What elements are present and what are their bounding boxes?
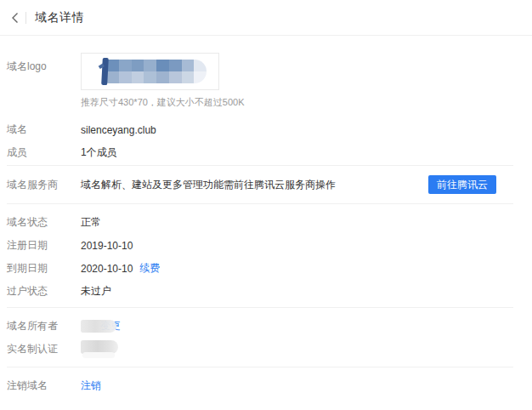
goto-tencent-cloud-button[interactable]: 前往腾讯云	[428, 175, 496, 194]
domain-label: 域名	[7, 122, 81, 137]
expire-date-label: 到期日期	[7, 261, 81, 276]
section-divider	[7, 367, 513, 367]
logo-size-hint: 推荐尺寸430*70，建议大小不超过500K	[81, 96, 513, 109]
row-provider: 域名服务商 域名解析、建站及更多管理功能需前往腾讯云服务商操作 前往腾讯云	[7, 166, 513, 203]
blurred-real-name-status	[81, 340, 118, 354]
row-transfer-status: 过户状态 未过户	[7, 285, 513, 298]
real-name-value-cell	[81, 340, 132, 359]
row-domain: 域名 silenceyang.club	[7, 123, 513, 136]
register-date-value: 2019-10-10	[81, 240, 133, 252]
header-divider	[25, 12, 26, 24]
deregister-link[interactable]: 注销	[81, 379, 101, 393]
domain-logo-image[interactable]	[81, 53, 219, 90]
row-members: 成员 1个成员	[7, 146, 513, 159]
logo-label: 域名logo	[7, 53, 81, 90]
section-divider	[7, 307, 513, 308]
renew-link[interactable]: 续费	[139, 261, 160, 276]
transfer-status-value: 未过户	[81, 284, 111, 299]
register-date-label: 注册日期	[7, 238, 81, 253]
row-real-name-auth: 实名制认证	[7, 343, 513, 356]
deregister-label: 注销域名	[7, 379, 81, 393]
row-domain-logo: 域名logo	[7, 53, 513, 90]
owner-value-cell: 变更	[81, 320, 121, 333]
blurred-logo-mosaic	[106, 60, 207, 83]
transfer-status-label: 过户状态	[7, 284, 81, 299]
row-owner: 域名所有者 变更	[7, 320, 513, 333]
page-title: 域名详情	[35, 10, 84, 26]
chevron-left-icon	[11, 12, 19, 24]
row-deregister: 注销域名 注销	[7, 379, 513, 392]
section-divider	[7, 203, 513, 204]
page-header: 域名详情	[0, 0, 532, 36]
expire-date-value: 2020-10-10	[81, 263, 133, 275]
owner-label: 域名所有者	[7, 319, 81, 333]
back-button[interactable]	[7, 10, 22, 26]
status-label: 域名状态	[7, 215, 81, 230]
members-label: 成员	[7, 145, 81, 160]
domain-details-page: 域名详情 域名logo 推荐尺寸430*70，建议大小不超过500K 域名 si…	[0, 0, 532, 410]
members-value: 1个成员	[81, 145, 117, 160]
provider-label: 域名服务商	[7, 178, 81, 192]
real-name-label: 实名制认证	[7, 342, 81, 356]
domain-value: silenceyang.club	[81, 124, 156, 136]
row-register-date: 注册日期 2019-10-10	[7, 239, 513, 252]
details-form: 域名logo 推荐尺寸430*70，建议大小不超过500K 域名 silence…	[0, 53, 532, 392]
provider-description: 域名解析、建站及更多管理功能需前往腾讯云服务商操作	[81, 178, 428, 192]
blurred-owner-name	[81, 320, 116, 333]
row-domain-status: 域名状态 正常	[7, 216, 513, 229]
status-value: 正常	[81, 215, 101, 230]
row-expire-date: 到期日期 2020-10-10 续费	[7, 262, 513, 275]
